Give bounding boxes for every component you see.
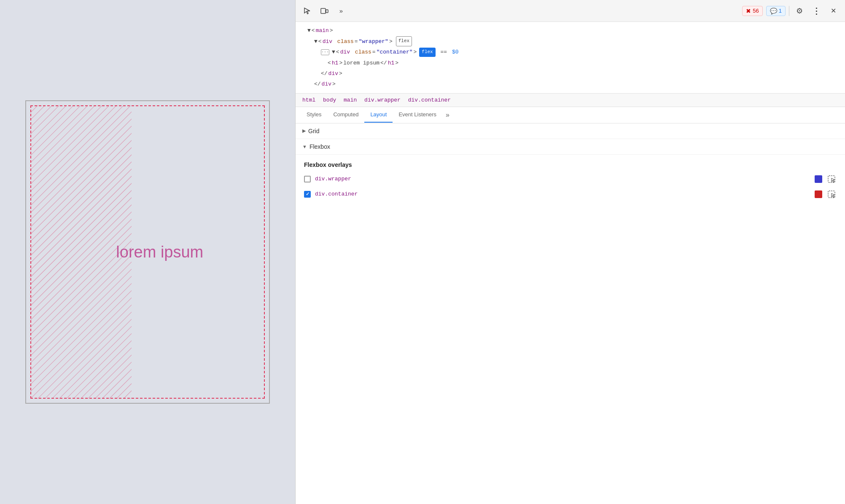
content-area: ▶ Grid ▼ Flexbox Flexbox overlays div.wr…	[296, 123, 845, 504]
breadcrumb-wrapper[interactable]: div.wrapper	[363, 96, 402, 104]
flexbox-arrow-icon: ▼	[302, 144, 307, 149]
grid-section-header[interactable]: ▶ Grid	[296, 123, 845, 139]
more-menu-button[interactable]: ⋮	[810, 4, 823, 18]
gear-icon: ⚙	[796, 6, 803, 16]
overlay-row-wrapper: div.wrapper	[304, 174, 837, 184]
dom-line-main[interactable]: ▼ < main >	[301, 25, 840, 36]
svg-rect-2	[321, 8, 326, 13]
tab-layout[interactable]: Layout	[364, 107, 393, 123]
breadcrumb-html[interactable]: html	[301, 96, 317, 104]
info-count: 1	[779, 8, 782, 14]
tab-styles[interactable]: Styles	[301, 107, 327, 123]
wrapper-overlay-checkbox[interactable]	[304, 176, 311, 182]
info-badge[interactable]: 💬 1	[766, 6, 786, 16]
close-devtools-button[interactable]: ✕	[826, 4, 840, 18]
lorem-ipsum-text: lorem ipsum	[116, 243, 203, 261]
wrapper-overlay-label: div.wrapper	[315, 176, 810, 182]
tabs-more-button[interactable]: »	[442, 107, 453, 123]
dom-line-close-div[interactable]: </ div >	[301, 68, 840, 79]
page-frame: lorem ipsum	[25, 100, 270, 404]
flexbox-section-label: Flexbox	[309, 143, 330, 150]
dom-line-h1[interactable]: < h1 > lorem ipsum </ h1 >	[301, 58, 840, 68]
container-overlay-checkbox[interactable]	[304, 191, 311, 198]
tabs-bar: Styles Computed Layout Event Listeners »	[296, 107, 845, 123]
grid-arrow-icon: ▶	[302, 128, 306, 134]
kebab-menu-icon: ⋮	[812, 6, 821, 16]
container-overlay-label: div.container	[315, 191, 810, 197]
grid-section-label: Grid	[308, 128, 319, 134]
flexbox-overlays-title: Flexbox overlays	[304, 161, 837, 168]
device-mode-button[interactable]	[318, 4, 331, 18]
flexbox-section: ▼ Flexbox Flexbox overlays div.wrapper	[296, 139, 845, 211]
flexbox-content: Flexbox overlays div.wrapper	[296, 155, 845, 211]
svg-rect-3	[326, 10, 328, 13]
settings-button[interactable]: ⚙	[793, 4, 806, 18]
breadcrumb-main[interactable]: main	[342, 96, 358, 104]
ellipsis-button[interactable]: ···	[321, 49, 329, 55]
error-icon: ✖	[746, 8, 751, 14]
overlay-row-container: div.container	[304, 189, 837, 199]
dom-line-wrapper[interactable]: ▼ < div class = "wrapper" > flex	[301, 36, 840, 47]
wrapper-flex-badge[interactable]: flex	[396, 36, 412, 46]
devtools-panel: » ✖ 56 💬 1 ⚙ ⋮ ✕ ▼ < main >	[295, 0, 845, 504]
dom-tree: ▼ < main > ▼ < div class = "wrapper" > f…	[296, 22, 845, 94]
wrapper-highlight-button[interactable]	[826, 174, 837, 184]
error-count: 56	[753, 8, 759, 14]
container-color-swatch[interactable]	[815, 190, 822, 198]
info-icon: 💬	[770, 8, 777, 14]
tab-event-listeners[interactable]: Event Listeners	[393, 107, 442, 123]
toolbar-separator	[789, 6, 789, 16]
breadcrumb-body[interactable]: body	[321, 96, 338, 104]
flexbox-section-header[interactable]: ▼ Flexbox	[296, 139, 845, 155]
tab-computed[interactable]: Computed	[327, 107, 364, 123]
dom-line-close-div2[interactable]: </ div >	[301, 79, 840, 89]
devtools-toolbar: » ✖ 56 💬 1 ⚙ ⋮ ✕	[296, 0, 845, 22]
breadcrumb-bar: html body main div.wrapper div.container	[296, 94, 845, 107]
wrapper-color-swatch[interactable]	[815, 175, 822, 183]
close-icon: ✕	[831, 7, 836, 15]
container-highlight-button[interactable]	[826, 189, 837, 199]
container-flex-badge[interactable]: flex	[419, 48, 435, 57]
breadcrumb-container[interactable]: div.container	[406, 96, 452, 104]
dom-line-container[interactable]: ··· ▼ < div class = "container" > flex =…	[301, 47, 840, 57]
viewport-panel: lorem ipsum	[0, 0, 295, 504]
error-badge[interactable]: ✖ 56	[742, 6, 762, 16]
inspect-element-button[interactable]	[301, 4, 314, 18]
more-tools-button[interactable]: »	[334, 4, 348, 18]
